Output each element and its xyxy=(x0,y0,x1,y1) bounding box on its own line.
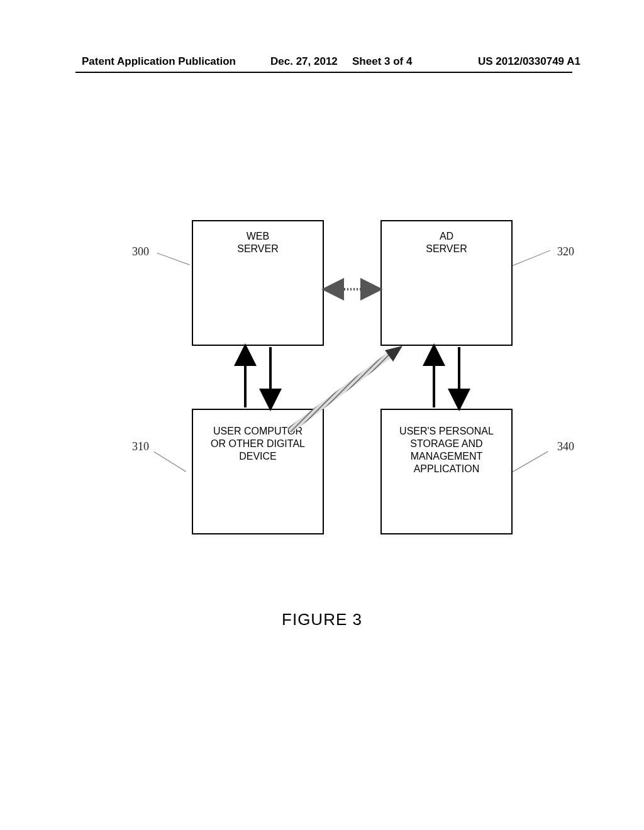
connector-arrows xyxy=(0,220,644,660)
figure-diagram: WEB SERVER AD SERVER USER COMPUTOR OR OT… xyxy=(0,220,644,660)
svg-line-2 xyxy=(289,351,395,431)
publication-type: Patent Application Publication xyxy=(82,55,236,68)
figure-caption: FIGURE 3 xyxy=(0,610,644,629)
arrow-user-to-ad xyxy=(289,346,402,431)
sheet-number: Sheet 3 of 4 xyxy=(352,55,412,68)
header-rule xyxy=(75,72,572,73)
publication-date: Dec. 27, 2012 xyxy=(270,55,338,68)
publication-number: US 2012/0330749 A1 xyxy=(478,55,580,68)
